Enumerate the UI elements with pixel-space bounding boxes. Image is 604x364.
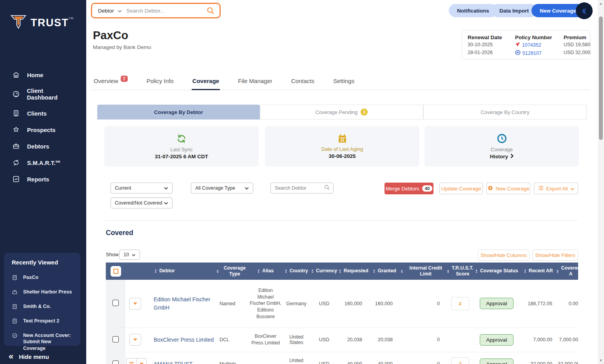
search-category-value: Debtor xyxy=(98,8,114,14)
debtor-filter-input[interactable] xyxy=(275,185,324,191)
recently-viewed-title: Recently Viewed xyxy=(12,259,73,266)
internal-credit-limit-cell: 0 xyxy=(400,280,447,328)
sort-icon[interactable]: ▲▼ xyxy=(216,269,219,273)
sidebar-item-client-dashboard[interactable]: Client Dashboard xyxy=(0,83,86,105)
search-category-select[interactable]: Debtor xyxy=(92,4,127,17)
sort-icon[interactable]: ▲▼ xyxy=(524,269,526,273)
expand-row-button[interactable] xyxy=(129,334,141,346)
tab-coverage[interactable]: Coverage xyxy=(192,76,220,90)
chevron-down-icon xyxy=(245,185,249,191)
policy-number-link[interactable]: 1074352 xyxy=(515,42,564,48)
notifications-button[interactable]: Notifications xyxy=(449,4,497,17)
hide-menu-label: Hide menu xyxy=(19,353,49,360)
recent-item-shelter-harbor-press[interactable]: Shelter Harbor Press xyxy=(12,286,73,300)
coverage-status-button[interactable]: Approval xyxy=(480,298,513,309)
debtor-filter-search xyxy=(270,183,334,194)
sort-icon[interactable]: ▲▼ xyxy=(556,269,559,273)
row-checkbox[interactable] xyxy=(112,336,119,342)
policy-number-link[interactable]: 5129107 xyxy=(515,50,564,56)
tab-contacts[interactable]: Contacts xyxy=(290,76,315,89)
pending-badge: 3 xyxy=(361,109,368,116)
expand-row-button[interactable] xyxy=(136,358,147,364)
search-icon[interactable] xyxy=(204,6,219,15)
scroll-down-arrow[interactable]: ▼ xyxy=(598,359,604,362)
tab-overview[interactable]: Overview7 xyxy=(93,76,129,89)
period-select[interactable]: Current xyxy=(111,183,172,194)
page-size-select[interactable]: 10 xyxy=(119,250,140,260)
show-hide-filters-button[interactable]: Show/Hide Filters xyxy=(532,250,578,261)
data-import-button[interactable]: Data Import xyxy=(491,4,537,17)
sidebar-item-prospects[interactable]: Prospects xyxy=(0,121,86,138)
coverage-status-cell: Approval xyxy=(473,280,520,328)
sidebar-item-home[interactable]: Home xyxy=(0,67,86,83)
coverage-type-select[interactable]: All Coverage Type xyxy=(191,183,253,194)
vertical-scrollbar[interactable]: ▲ ▼ xyxy=(598,0,604,364)
scroll-up-arrow[interactable]: ▲ xyxy=(598,2,604,5)
sidebar-item-clients[interactable]: Clients xyxy=(0,105,86,121)
page-title: PaxCo xyxy=(93,29,128,42)
debtor-link[interactable]: Edition Michael Fischer GmbH xyxy=(154,296,210,311)
hide-menu-button[interactable]: « Hide menu xyxy=(9,353,49,360)
row-checkbox[interactable] xyxy=(112,300,119,306)
update-coverage-button[interactable]: Update Coverage xyxy=(439,183,483,194)
covered-heading: Covered xyxy=(106,229,133,237)
requested-cell: 40,000 xyxy=(338,352,369,364)
recent-item-label: Smith & Co. xyxy=(23,303,51,310)
recent-item-label: Shelter Harbor Press xyxy=(23,289,72,295)
trust-score-button[interactable]: 4 xyxy=(451,297,469,310)
expand-row-button[interactable] xyxy=(129,298,141,310)
search-icon[interactable] xyxy=(324,184,330,192)
sort-icon[interactable]: ▲▼ xyxy=(475,269,477,273)
sidebar-item-reports[interactable]: Reports xyxy=(0,171,86,187)
trust-logo[interactable]: TRUSTTM xyxy=(10,14,73,32)
sort-icon[interactable]: ▲▼ xyxy=(311,269,314,273)
logo-text: TRUST xyxy=(31,17,69,29)
row-menu-button[interactable] xyxy=(126,358,136,364)
coverage-status-button[interactable]: Approval xyxy=(480,359,513,364)
subtab-coverage-by-debtor[interactable]: Coverage By Debtor xyxy=(97,105,260,120)
covered-filter-select[interactable]: Covered/Not Covered xyxy=(111,197,172,208)
subtab-coverage-pending[interactable]: Coverage Pending3 xyxy=(260,105,423,120)
requested-cell: 160,000 xyxy=(338,280,369,328)
new-coverage-button[interactable]: New Coverage xyxy=(486,183,530,194)
trust-score-button[interactable]: 3 xyxy=(451,357,469,364)
tab-file-manager[interactable]: File Manager xyxy=(237,76,273,89)
table-header-row: ▲▼Debtor ▲▼Coverage Type ▲▼Alias ▲▼Count… xyxy=(106,263,578,280)
search-input[interactable] xyxy=(127,8,204,14)
tab-policy-info[interactable]: Policy Info xyxy=(146,76,174,89)
coverage-history-link[interactable]: History xyxy=(490,154,514,159)
recent-item-new-account-cover[interactable]: New Account Cover: Submit New Coverage xyxy=(12,329,73,355)
sidebar-item-label: Client Dashboard xyxy=(27,87,74,101)
show-hide-columns-button[interactable]: Show/Hide Columns xyxy=(478,250,530,261)
pillars-circle-icon xyxy=(515,50,521,56)
sidebar-item-debtors[interactable]: Debtors xyxy=(0,138,86,154)
sidebar-item-label: Prospects xyxy=(27,127,56,133)
row-checkbox[interactable] xyxy=(112,360,119,364)
debtor-link[interactable]: BoxClever Press Limited xyxy=(154,337,214,343)
sort-icon[interactable]: ▲▼ xyxy=(154,269,157,273)
export-all-button[interactable]: Export All xyxy=(534,183,578,194)
scrollbar-thumb[interactable] xyxy=(599,16,603,140)
chevron-down-icon xyxy=(164,185,168,191)
sort-icon[interactable]: ▲▼ xyxy=(401,269,403,273)
debtor-link[interactable]: AMANA TRUST xyxy=(154,361,192,364)
coverage-status-button[interactable]: Approval xyxy=(480,334,513,346)
last-sync-label: Last Sync xyxy=(170,147,192,152)
sort-icon[interactable]: ▲▼ xyxy=(339,269,341,273)
merge-debtors-button[interactable]: Merge Debtors 40 xyxy=(385,183,434,194)
sort-icon[interactable]: ▲▼ xyxy=(447,269,449,273)
user-avatar[interactable]: I( xyxy=(576,2,593,19)
sort-icon[interactable]: ▲▼ xyxy=(373,269,375,273)
building-icon xyxy=(12,318,18,326)
recent-item-test-prospect-2[interactable]: Test Prospect 2 xyxy=(12,315,73,329)
sort-icon[interactable]: ▲▼ xyxy=(285,269,287,273)
chart-icon xyxy=(12,175,20,183)
recent-item-paxco[interactable]: PaxCo xyxy=(12,271,73,286)
recent-item-smith-co[interactable]: Smith & Co. xyxy=(12,300,73,315)
tab-settings[interactable]: Settings xyxy=(332,76,355,89)
sort-icon[interactable]: ▲▼ xyxy=(258,269,260,273)
select-all-checkbox[interactable] xyxy=(113,269,118,274)
sidebar-item-smart[interactable]: S.M.A.R.T.SM xyxy=(0,154,86,171)
subtab-coverage-by-country[interactable]: Coverage By Country xyxy=(423,105,587,120)
recent-item-label: Test Prospect 2 xyxy=(23,318,59,324)
